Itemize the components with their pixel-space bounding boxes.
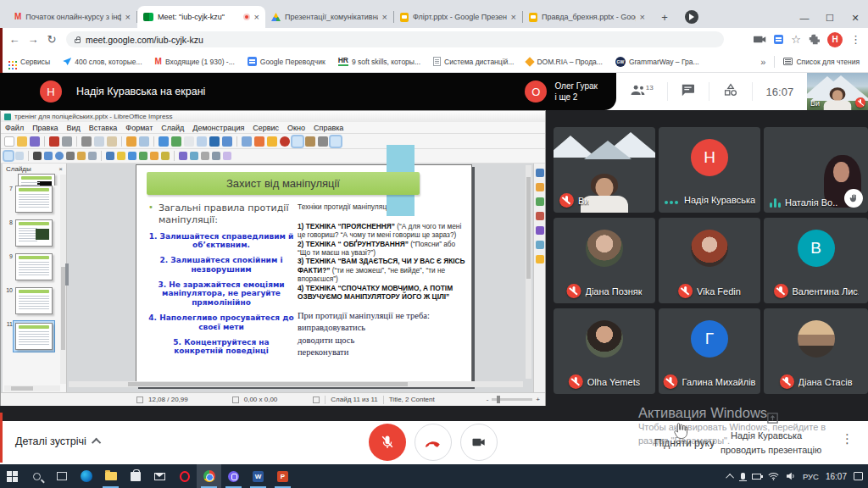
extensions-icon[interactable] <box>809 34 820 45</box>
stars-icon[interactable] <box>161 152 170 160</box>
basic-shapes-icon[interactable] <box>106 152 114 160</box>
url-text[interactable]: meet.google.com/iub-cyjk-kzu <box>86 35 203 45</box>
participants-button[interactable]: 13 <box>630 84 654 99</box>
start-button[interactable] <box>0 464 25 488</box>
insert-chart-icon[interactable] <box>280 136 290 147</box>
open-icon[interactable] <box>17 136 27 147</box>
zoom-tool-icon[interactable] <box>15 152 24 160</box>
browser-tab-meet-active[interactable]: Meet: "iub-cyjk-kzu" × <box>137 6 265 28</box>
tile-nadiia[interactable]: Н Надія Куравська <box>659 127 760 213</box>
menu-slide[interactable]: Слайд <box>157 124 188 132</box>
sidebar-gallery-icon[interactable] <box>536 241 544 249</box>
insert-media-icon[interactable] <box>305 136 315 147</box>
profile-avatar[interactable]: H <box>827 32 843 47</box>
action-center-icon[interactable] <box>854 472 863 480</box>
hangup-button[interactable] <box>415 424 452 461</box>
insert-image-icon[interactable] <box>254 136 264 147</box>
bookmark-services[interactable]: Сервисы <box>8 58 50 66</box>
hyperlink-icon[interactable] <box>318 136 328 147</box>
browser-tab-slides-1[interactable]: Флірт.pptx - Google Презент × <box>394 6 522 28</box>
mic-toggle-button[interactable] <box>369 424 406 461</box>
slide-left-column[interactable]: •Загальні правила протидії маніпуляції: … <box>148 202 294 356</box>
save-icon[interactable] <box>30 136 40 147</box>
taskbar-search-button[interactable] <box>25 464 49 488</box>
sidebar-transitions-icon[interactable] <box>536 183 544 191</box>
taskbar-powerpoint[interactable]: P <box>270 464 295 488</box>
spelling-icon[interactable] <box>171 136 181 147</box>
bookmark-inbox[interactable]: MВходящие (1 930) -... <box>155 58 235 66</box>
menu-window[interactable]: Окно <box>283 124 309 132</box>
tile-diana-stasiv[interactable]: Діана Стасів <box>764 308 868 394</box>
sidebar-navigator-icon[interactable] <box>536 255 544 263</box>
menu-view[interactable]: Вид <box>63 124 85 132</box>
find-replace-icon[interactable] <box>159 136 169 147</box>
tile-self[interactable]: Ви <box>554 127 655 213</box>
tab-close-icon[interactable]: × <box>640 13 645 22</box>
slides-panel-close-icon[interactable]: × <box>58 165 63 173</box>
browser-tab-drive[interactable]: Презентації_комунікативна × <box>265 6 393 28</box>
taskbar-explorer[interactable] <box>98 464 123 488</box>
translate-icon[interactable] <box>774 35 783 44</box>
taskbar-store[interactable] <box>123 464 147 488</box>
battery-icon[interactable] <box>752 474 761 480</box>
language-indicator[interactable]: РУС <box>803 472 819 481</box>
camera-allowed-icon[interactable] <box>754 35 766 44</box>
forward-icon[interactable]: → <box>24 33 42 46</box>
canvas-vscrollbar[interactable] <box>526 165 531 379</box>
taskbar-opera[interactable] <box>172 464 197 488</box>
tile-halyna[interactable]: Г Галина Михайлів <box>659 308 760 394</box>
taskbar-word[interactable]: W <box>246 464 270 488</box>
bookmark-star-icon[interactable]: ☆ <box>791 33 801 46</box>
new-document-icon[interactable] <box>4 136 14 147</box>
cut-icon[interactable] <box>81 136 92 147</box>
display-views-icon[interactable] <box>197 136 207 147</box>
activities-button[interactable] <box>723 83 738 100</box>
bookmark-grammarway[interactable]: GWGrammarWay – Гра... <box>615 57 699 67</box>
master-slide-icon[interactable] <box>209 136 220 147</box>
chat-button[interactable] <box>681 84 695 100</box>
address-bar[interactable]: meet.google.com/iub-cyjk-kzu <box>66 31 724 47</box>
menu-slideshow[interactable]: Демонстрация <box>188 124 248 132</box>
slide-right-column[interactable]: Техніки протидії маніпуляції: 1) ТЕХНІКА… <box>298 202 465 358</box>
tab-close-icon[interactable]: × <box>511 13 516 22</box>
export-pdf-icon[interactable] <box>49 136 59 147</box>
reload-icon[interactable]: ↻ <box>42 33 61 46</box>
slide-title-band[interactable]: Захист від маніпуляції <box>147 172 420 195</box>
align-icon[interactable] <box>201 152 209 160</box>
tile-valentyna[interactable]: В Валентина Лис... <box>764 218 868 303</box>
arrow-tool-icon[interactable] <box>66 152 75 160</box>
callouts-icon[interactable] <box>150 152 159 160</box>
window-minimize-button[interactable]: — <box>792 8 817 28</box>
start-slideshow-icon[interactable] <box>222 136 232 147</box>
window-maximize-button[interactable]: ☐ <box>817 8 843 28</box>
taskbar-viber[interactable] <box>221 464 246 488</box>
ellipse-tool-icon[interactable] <box>55 152 64 160</box>
tray-mic-icon[interactable] <box>741 473 745 480</box>
tray-expand-icon[interactable] <box>726 473 734 481</box>
taskbar-mail[interactable] <box>147 464 172 488</box>
taskbar-edge[interactable] <box>74 464 98 488</box>
zoom-out-icon[interactable]: - <box>487 396 489 403</box>
volume-icon[interactable] <box>786 472 796 480</box>
task-view-button[interactable] <box>49 464 74 488</box>
panel-splitter[interactable] <box>65 263 69 286</box>
tab-close-icon[interactable]: × <box>382 13 387 22</box>
sidebar-properties-icon[interactable] <box>536 169 544 177</box>
bookmark-400-words[interactable]: 400 слов, которые... <box>63 58 142 66</box>
rotate-icon[interactable] <box>190 152 198 160</box>
slides-panel-hscrollbar[interactable] <box>4 385 60 391</box>
reading-list-button[interactable]: Список для чтения <box>783 58 860 66</box>
taskbar-clock[interactable]: 16:07 <box>826 472 847 481</box>
rectangle-tool-icon[interactable] <box>44 152 53 160</box>
snap-grid-icon[interactable] <box>331 136 341 147</box>
new-tab-button[interactable]: + <box>656 8 673 25</box>
grid-icon[interactable] <box>184 136 194 147</box>
tile-vika-fedin[interactable]: Vika Fedin <box>659 218 760 303</box>
sidebar-animation-icon[interactable] <box>536 197 544 206</box>
menu-insert[interactable]: Вставка <box>85 124 121 132</box>
slide-canvas[interactable]: Захист від маніпуляції •Загальні правила… <box>136 164 472 386</box>
bookmarks-overflow-icon[interactable]: » <box>760 57 765 67</box>
zoom-slider[interactable] <box>492 398 532 401</box>
media-controls-button[interactable] <box>685 10 698 24</box>
bookmark-domria[interactable]: DOM.RIA – Прода... <box>526 58 603 66</box>
